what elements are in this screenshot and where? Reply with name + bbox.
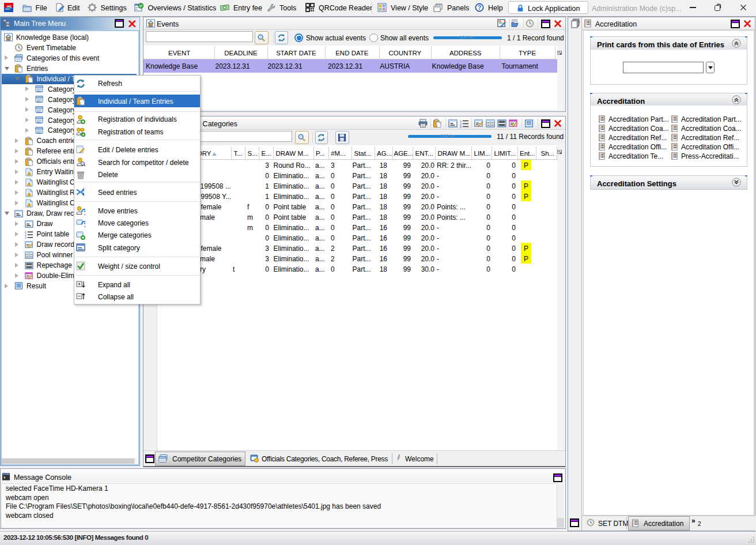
svg-text:3: 3: [460, 125, 462, 128]
svg-text:3: 3: [25, 236, 27, 239]
svg-text:?: ?: [478, 4, 481, 11]
